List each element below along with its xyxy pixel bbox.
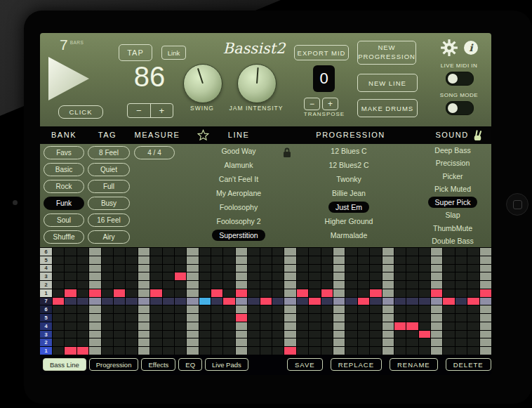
grid-cell[interactable] [248,248,259,256]
grid-cell[interactable] [419,272,430,280]
grid-cell[interactable] [345,331,357,338]
grid-cell[interactable] [431,256,442,264]
grid-cell[interactable] [480,272,491,280]
grid-cell[interactable] [297,338,308,346]
grid-cell[interactable] [321,298,333,305]
grid-cell[interactable] [406,314,418,322]
grid-cell[interactable] [358,322,369,330]
grid-cell[interactable] [358,338,369,346]
grid-cell[interactable] [223,331,234,338]
grid-cell[interactable] [394,272,406,280]
grid-cell[interactable] [345,289,357,297]
grid-cell[interactable] [383,305,394,313]
grid-cell[interactable] [89,256,100,264]
note-cell[interactable] [358,298,369,305]
note-cell[interactable] [65,289,76,297]
grid-cell[interactable] [53,347,64,355]
line-item[interactable]: Foolosophy [213,202,265,213]
grid-cell[interactable] [187,331,198,338]
grid-cell[interactable] [114,331,125,338]
grid-cell[interactable] [89,265,100,272]
grid-cell[interactable] [211,305,222,313]
grid-cell[interactable] [102,331,113,338]
grid-cell[interactable] [321,248,333,256]
grid-cell[interactable] [284,256,295,264]
grid-cell[interactable] [53,265,64,272]
grid-cell[interactable] [199,248,211,256]
note-cell[interactable] [223,298,234,305]
grid-cell[interactable] [102,322,113,330]
grid-cell[interactable] [199,272,211,280]
bank-item[interactable]: Funk [44,197,84,210]
grid-cell[interactable] [467,289,479,297]
grid-cell[interactable] [248,272,259,280]
line-item[interactable]: Alamunk [218,159,260,171]
grid-cell[interactable] [53,314,64,322]
sound-item[interactable]: ThumbMute [426,223,479,234]
grid-cell[interactable] [467,256,479,264]
note-cell[interactable] [150,289,161,297]
grid-cell[interactable] [175,281,186,289]
grid-cell[interactable] [406,272,418,280]
grid-cell[interactable] [383,338,394,346]
grid-cell[interactable] [223,314,234,322]
grid-cell[interactable] [89,347,100,355]
progression-item[interactable]: Twonky [329,173,368,185]
grid-cell[interactable] [431,265,442,272]
note-cell[interactable] [467,298,479,305]
grid-cell[interactable] [370,331,381,338]
grid-cell[interactable] [443,331,454,338]
link-button[interactable]: Link [161,46,186,60]
sound-item[interactable]: Pick Muted [427,184,478,195]
grid-cell[interactable] [175,289,186,297]
grid-cell[interactable] [77,331,88,338]
grid-cell[interactable] [419,248,430,256]
grid-cell[interactable] [175,331,186,338]
grid-cell[interactable] [467,265,479,272]
grid-cell[interactable] [223,272,234,280]
grid-cell[interactable] [406,256,418,264]
grid-cell[interactable] [284,248,295,256]
note-cell[interactable] [284,347,295,355]
grid-cell[interactable] [345,347,357,355]
grid-cell[interactable] [223,305,234,313]
grid-cell[interactable] [406,298,418,305]
grid-cell[interactable] [419,322,430,330]
grid-cell[interactable] [163,314,174,322]
bank-item[interactable]: Shuffle [44,230,84,244]
grid-cell[interactable] [138,322,149,330]
favorite-star-icon[interactable] [197,129,209,141]
note-cell[interactable] [114,289,125,297]
grid-cell[interactable] [199,322,211,330]
grid-cell[interactable] [383,281,394,289]
grid-cell[interactable] [431,281,442,289]
grid-cell[interactable] [126,314,137,322]
grid-cell[interactable] [455,256,467,264]
grid-cell[interactable] [260,322,272,330]
grid-cell[interactable] [187,298,198,305]
grid-cell[interactable] [150,298,161,305]
grid-cell[interactable] [163,347,174,355]
grid-cell[interactable] [126,331,137,338]
grid-cell[interactable] [77,272,88,280]
grid-cell[interactable] [358,347,369,355]
grid-cell[interactable] [370,322,381,330]
grid-cell[interactable] [236,322,247,330]
grid-cell[interactable] [77,305,88,313]
grid-cell[interactable] [260,331,272,338]
grid-cell[interactable] [77,298,88,305]
grid-cell[interactable] [309,314,320,322]
note-cell[interactable] [297,289,308,297]
grid-cell[interactable] [211,314,222,322]
grid-cell[interactable] [272,338,284,346]
grid-cell[interactable] [419,289,430,297]
grid-cell[interactable] [297,305,308,313]
grid-cell[interactable] [65,248,76,256]
grid-cell[interactable] [65,305,76,313]
bank-item[interactable]: Rock [44,180,84,193]
grid-cell[interactable] [211,322,222,330]
grid-cell[interactable] [467,347,479,355]
grid-cell[interactable] [126,298,137,305]
grid-cell[interactable] [467,331,479,338]
grid-cell[interactable] [77,322,88,330]
